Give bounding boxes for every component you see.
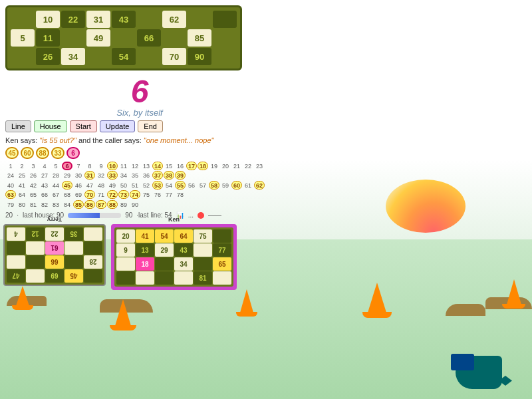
num-26: 26 xyxy=(28,171,39,180)
num-83: 83 xyxy=(51,200,61,209)
num-8: 8 xyxy=(84,162,95,170)
num-70: 70 xyxy=(84,190,95,199)
cell-r2c2: 11 xyxy=(36,29,60,47)
num-45: 45 xyxy=(62,181,72,190)
kc-r1c3: 54 xyxy=(155,229,174,243)
num-85: 85 xyxy=(73,200,84,209)
number-grid-row3: (function() { const called = [6,10,14,17… xyxy=(5,200,274,209)
num-54: 54 xyxy=(164,181,174,190)
num-17: 17 xyxy=(186,162,197,170)
num-21: 21 xyxy=(231,162,242,170)
num-25: 25 xyxy=(17,171,27,180)
cell-r3c4 xyxy=(86,48,110,65)
num-28: 28 xyxy=(51,171,61,180)
main-bingo-card: 10 22 31 43 62 5 11 49 66 85 26 34 54 xyxy=(5,5,242,70)
num-48: 48 xyxy=(96,181,106,190)
num-12: 12 xyxy=(130,162,140,170)
house-button[interactable]: House xyxy=(34,120,67,132)
called-highlights: 45 60 88 33 6 xyxy=(5,147,274,159)
ken-bingo-card: 20 41 54 64 75 9 13 29 43 77 18 34 xyxy=(111,224,237,290)
num-46: 46 xyxy=(73,181,84,190)
cell-r2c4: 49 xyxy=(86,29,110,47)
highlight-88: 88 xyxy=(36,147,49,159)
kc-r2c4: 43 xyxy=(174,243,193,257)
cell-r3c1 xyxy=(11,48,35,65)
num-56: 56 xyxy=(186,181,197,190)
cell-r2c3 xyxy=(61,29,85,47)
kc-r2c5 xyxy=(194,243,212,257)
cell-r3c9 xyxy=(213,48,237,65)
kc-r4c1 xyxy=(116,271,135,285)
kc-r3c3 xyxy=(155,257,174,271)
num-2: 2 xyxy=(17,162,27,170)
ken-inner: 20 41 54 64 75 9 13 29 43 77 18 34 xyxy=(114,227,233,287)
num-89: 89 xyxy=(118,200,129,209)
kc-r4c4 xyxy=(174,271,193,285)
ken-middle: and the caller says: xyxy=(78,136,144,144)
end-button[interactable]: End xyxy=(138,120,163,132)
num-15: 15 xyxy=(164,162,174,170)
tc-r1c1 xyxy=(84,269,102,283)
num-11: 11 xyxy=(118,162,129,170)
tc-r3c2 xyxy=(65,241,83,255)
num-80: 80 xyxy=(17,200,27,209)
kc-r1c1: 20 xyxy=(116,229,135,243)
num-13: 13 xyxy=(141,162,152,170)
whale-decoration xyxy=(456,356,502,389)
cell-r3c3: 34 xyxy=(61,48,85,65)
num-14: 14 xyxy=(152,162,163,170)
tc-r3c1 xyxy=(84,241,102,255)
num-30: 30 xyxy=(73,171,84,180)
cell-r3c6 xyxy=(137,48,161,65)
tc-r1c5: 47 xyxy=(7,269,25,283)
kc-r2c1: 9 xyxy=(116,243,135,257)
boat-5 xyxy=(502,279,525,309)
num-77: 77 xyxy=(164,190,174,199)
cell-r2c7 xyxy=(162,29,186,47)
num-87: 87 xyxy=(96,200,106,209)
number-grid-row2: (function() { const called = [6,10,14,17… xyxy=(5,181,274,199)
kc-r1c6 xyxy=(213,229,231,243)
line-button[interactable]: Line xyxy=(5,120,31,132)
kc-r4c5: 81 xyxy=(194,271,212,285)
num-88: 88 xyxy=(107,200,118,209)
kc-r3c5 xyxy=(194,257,212,271)
six-number: 6 xyxy=(5,76,274,108)
num-49: 49 xyxy=(107,181,118,190)
num-60: 60 xyxy=(231,181,242,190)
num-79: 79 xyxy=(5,200,16,209)
num-59: 59 xyxy=(220,181,231,190)
kc-r4c6 xyxy=(213,271,231,285)
highlight-45: 45 xyxy=(5,147,19,159)
number-grid-row1: (function() { const called = [6,10,14,17… xyxy=(5,162,274,180)
kc-r2c3: 29 xyxy=(155,243,174,257)
tc-r2c5 xyxy=(7,255,25,269)
num-84: 84 xyxy=(62,200,72,209)
num-62: 62 xyxy=(254,181,265,190)
num-64: 64 xyxy=(17,190,27,199)
terry-label: Terry xyxy=(3,216,106,223)
cell-r3c5: 54 xyxy=(112,48,136,65)
num-18: 18 xyxy=(198,162,208,170)
six-display: 6 Six, by itself xyxy=(5,76,274,118)
boat-4 xyxy=(362,283,392,318)
num-3: 3 xyxy=(28,162,39,170)
num-43: 43 xyxy=(39,181,50,190)
kc-r2c2: 13 xyxy=(136,243,154,257)
start-button[interactable]: Start xyxy=(70,120,97,132)
cell-r1c4: 31 xyxy=(86,11,110,28)
cell-r1c2: 10 xyxy=(36,11,60,28)
ken-answer: "one moment... nope" xyxy=(144,136,214,144)
kc-r3c6: 65 xyxy=(213,257,231,271)
update-button[interactable]: Update xyxy=(100,120,135,132)
tc-r2c4 xyxy=(26,255,45,269)
tc-r4c2: 35 xyxy=(65,227,83,241)
cell-r1c1 xyxy=(11,11,35,28)
num-47: 47 xyxy=(84,181,95,190)
cell-r1c3: 22 xyxy=(61,11,85,28)
cell-r3c8: 90 xyxy=(188,48,211,65)
cell-r1c8 xyxy=(188,11,211,28)
tc-r2c2 xyxy=(65,255,83,269)
boat-3 xyxy=(236,289,257,317)
num-7: 7 xyxy=(73,162,84,170)
